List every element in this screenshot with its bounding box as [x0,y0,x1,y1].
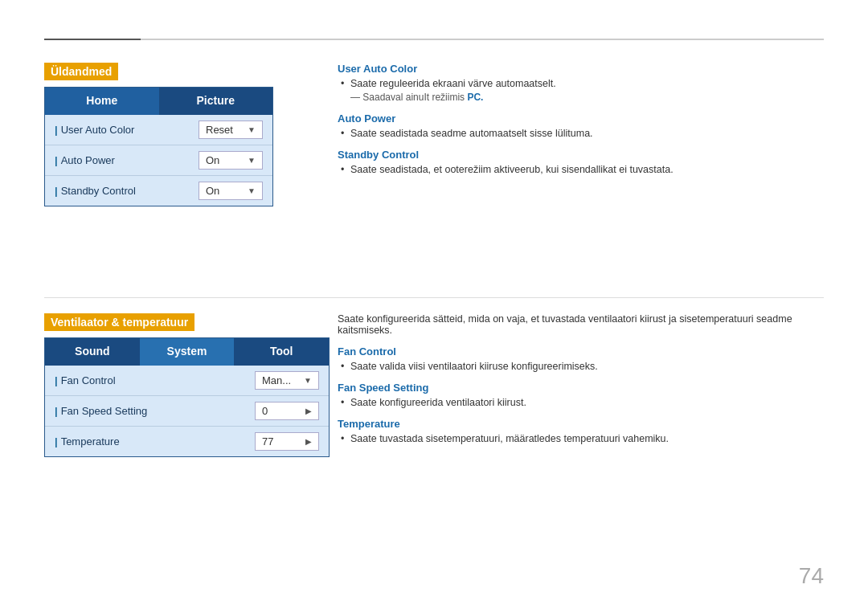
tab-system[interactable]: System [140,338,235,366]
table-row: User Auto Color Reset ▼ [45,115,272,145]
row-control-auto-power[interactable]: On ▼ [199,151,263,170]
row-control-standby[interactable]: On ▼ [199,182,263,200]
section1-description: User Auto Color Saate reguleerida ekraan… [338,63,804,178]
tab-tool[interactable]: Tool [234,338,329,366]
table-row: Temperature 77 ▶ [45,427,329,456]
desc-bullet-1: Saate reguleerida ekraani värve automaat… [350,78,804,89]
row-label-fan-control: Fan Control [55,374,116,386]
chevron-down-icon: ▼ [248,156,256,165]
row-control-fan-control[interactable]: Man... ▼ [255,371,319,390]
desc-title-fan-speed: Fan Speed Setting [338,382,804,394]
row-control-reset[interactable]: Reset ▼ [199,121,263,139]
desc-bullet-2: Saate seadistada seadme automaatselt sis… [350,128,804,139]
desc-bullet-fan-speed: Saate konfigureerida ventilaatori kiirus… [350,397,804,408]
desc-title-temperature: Temperature [338,418,804,430]
page-number: 74 [799,563,824,589]
row-label-fan-speed: Fan Speed Setting [55,405,147,417]
desc-title-fan-control: Fan Control [338,345,804,358]
table-row: Fan Control Man... ▼ [45,366,329,396]
section2-title: Ventilaator & temperatuur [44,313,194,331]
mid-divider [44,297,824,298]
arrow-right-icon: ▶ [305,407,312,415]
arrow-right-icon: ▶ [305,437,312,446]
desc-bullet-fan-control: Saate valida viisi ventilaatori kiiruse … [350,361,804,372]
top-line-accent [44,39,141,40]
top-line-full [44,39,824,40]
panel1-rows: User Auto Color Reset ▼ Auto Power On ▼ … [45,115,272,206]
desc-bullet-temperature: Saate tuvastada sisetemperatuuri, määrat… [350,433,804,444]
desc-title-standby-control: Standby Control [338,149,804,161]
table-row: Standby Control On ▼ [45,176,272,206]
ui-panel-2: Sound System Tool Fan Control Man... ▼ F… [44,337,330,457]
row-label-standby-control: Standby Control [55,185,136,197]
desc-bullet-3: Saate seadistada, et ooterežiim aktiveer… [350,164,804,175]
desc-sub-1: Saadaval ainuIt režiimis PC. [350,92,804,103]
row-control-temperature[interactable]: 77 ▶ [255,432,319,451]
tab-home[interactable]: Home [45,88,159,115]
section1-title: Üldandmed [44,63,118,80]
table-row: Fan Speed Setting 0 ▶ [45,396,329,427]
desc-link-pc: PC. [467,92,483,103]
chevron-down-icon: ▼ [248,125,256,134]
tab-picture[interactable]: Picture [159,88,273,115]
chevron-down-icon: ▼ [248,186,256,195]
row-label-temperature: Temperature [55,435,120,447]
table-row: Auto Power On ▼ [45,145,272,176]
section2-description: Saate konfigureerida sätteid, mida on va… [338,313,804,447]
chevron-down-icon: ▼ [304,376,312,385]
tab-sound[interactable]: Sound [45,338,140,366]
panel2-tabs: Sound System Tool [45,338,329,366]
row-label-auto-power: Auto Power [55,154,115,166]
section2-intro: Saate konfigureerida sätteid, mida on va… [338,313,804,336]
ui-panel-1: Home Picture User Auto Color Reset ▼ Aut… [44,87,273,206]
desc-title-user-auto-color: User Auto Color [338,63,804,75]
row-control-fan-speed[interactable]: 0 ▶ [255,402,319,420]
row-label-user-auto-color: User Auto Color [55,124,134,136]
panel2-rows: Fan Control Man... ▼ Fan Speed Setting 0… [45,366,329,456]
desc-title-auto-power: Auto Power [338,112,804,125]
panel1-tabs: Home Picture [45,88,272,115]
